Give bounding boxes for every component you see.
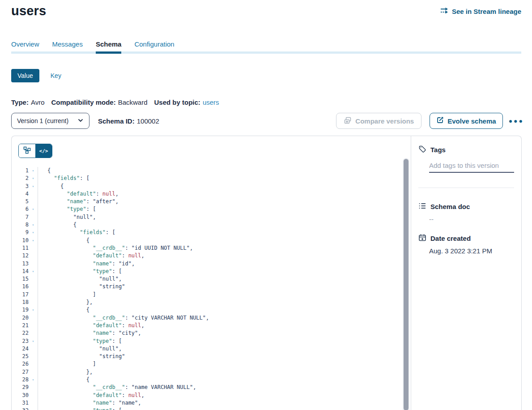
fold-toggle-icon[interactable]: ▾ — [29, 221, 38, 229]
code-line: 27 }, — [12, 368, 402, 376]
tab-overview[interactable]: Overview — [11, 40, 39, 48]
date-created-header: Date created — [418, 234, 514, 243]
line-number: 13 — [12, 260, 29, 268]
compare-versions-icon — [344, 116, 352, 126]
key-toggle-button[interactable]: Key — [51, 72, 61, 79]
scrollbar[interactable] — [403, 158, 409, 410]
fold-toggle-icon — [29, 198, 38, 205]
code-line: 29 "__crdb__": "name VARCHAR NULL", — [12, 384, 402, 391]
fold-toggle-icon[interactable]: ▾ — [29, 268, 38, 275]
code-line: 2▾ "fields": [ — [12, 175, 402, 182]
fold-toggle-icon[interactable]: ▾ — [29, 183, 38, 190]
tree-view-toggle[interactable] — [19, 144, 35, 158]
add-tags-input[interactable] — [429, 161, 514, 173]
code-text: "__crdb__": "city VARCHAR NOT NULL", — [38, 314, 402, 322]
code-line: 22 "name": "city", — [12, 329, 402, 337]
code-view-toggle[interactable]: </> — [35, 144, 52, 158]
view-mode-toggle: </> — [18, 144, 52, 158]
schema-doc-value: -- — [429, 215, 514, 223]
fold-toggle-icon — [29, 283, 38, 290]
code-line: 28▾ { — [12, 376, 402, 384]
fold-toggle-icon[interactable]: ▾ — [29, 175, 38, 182]
schema-sidebar: Tags Schema doc -- — [411, 136, 521, 410]
tab-configuration[interactable]: Configuration — [134, 40, 174, 48]
code-line: 14▾ "type": [ — [12, 268, 402, 275]
code-line: 12 "default": null, — [12, 252, 402, 260]
scrollbar-thumb[interactable] — [404, 159, 409, 410]
code-line: 3▾ { — [12, 183, 402, 190]
compare-versions-button[interactable]: Compare versions — [336, 113, 421, 129]
line-number: 30 — [12, 392, 29, 399]
code-line: 1▾{ — [12, 167, 402, 175]
edit-schema-icon — [436, 116, 444, 125]
stream-lineage-link[interactable]: See in Stream lineage — [440, 7, 521, 15]
fold-toggle-icon — [29, 244, 38, 252]
code-line: 6▾ "type": [ — [12, 205, 402, 213]
topic-link[interactable]: users — [203, 98, 219, 106]
code-line: 15 "null", — [12, 275, 402, 283]
fold-toggle-icon — [29, 314, 38, 322]
code-text: "string" — [38, 283, 402, 290]
fold-toggle-icon — [29, 345, 38, 353]
value-toggle-button[interactable]: Value — [11, 69, 39, 82]
fold-toggle-icon — [29, 291, 38, 299]
more-actions-button[interactable]: ●●● — [509, 117, 524, 124]
stream-lineage-label: See in Stream lineage — [452, 8, 521, 15]
code-line: 24 "null", — [12, 345, 402, 353]
line-number: 14 — [12, 268, 29, 275]
code-view-icon: </> — [39, 148, 48, 154]
line-number: 10 — [12, 237, 29, 244]
code-line: 10▾ { — [12, 237, 402, 244]
schema-type: Type:Avro — [11, 98, 44, 106]
line-number: 28 — [12, 376, 29, 384]
line-number: 9 — [12, 229, 29, 236]
code-text: "default": null, — [38, 392, 402, 399]
fold-toggle-icon[interactable]: ▾ — [29, 167, 38, 175]
line-number: 7 — [12, 214, 29, 221]
evolve-schema-label: Evolve schema — [447, 117, 496, 125]
schema-doc-section: Schema doc -- — [418, 202, 514, 223]
schema-page: users See in Stream lineage Overview Mes… — [0, 0, 532, 410]
tab-schema[interactable]: Schema — [96, 40, 122, 48]
code-lines: 1▾{2▾ "fields": [3▾ {4 "default": null,5… — [12, 167, 402, 410]
compat-label: Compatibility mode: — [51, 98, 115, 106]
code-line: 21 "default": null, — [12, 322, 402, 329]
line-number: 26 — [12, 360, 29, 368]
code-line: 32▾ "type": [ — [12, 407, 402, 410]
fold-toggle-icon — [29, 275, 38, 283]
code-line: 19▾ { — [12, 306, 402, 314]
tag-icon — [418, 145, 426, 154]
code-text: ] — [38, 291, 402, 299]
schema-code-area: </> 1▾{2▾ "fields": [3▾ {4 "default": nu… — [12, 136, 411, 410]
code-text: "default": null, — [38, 322, 402, 329]
code-line: 7 "null", — [12, 214, 402, 221]
fold-toggle-icon — [29, 368, 38, 376]
fold-toggle-icon — [29, 384, 38, 391]
line-number: 19 — [12, 306, 29, 314]
version-select-value: Version 1 (current) — [17, 117, 68, 124]
code-text: }, — [38, 368, 402, 376]
calendar-plus-icon — [418, 234, 426, 243]
line-number: 6 — [12, 205, 29, 213]
version-select[interactable]: Version 1 (current) — [11, 113, 89, 129]
stream-lineage-icon — [440, 7, 449, 15]
code-line: 31 "name": "name", — [12, 399, 402, 407]
evolve-schema-button[interactable]: Evolve schema — [430, 113, 502, 129]
line-number: 4 — [12, 190, 29, 198]
code-text: "string" — [38, 353, 402, 360]
fold-toggle-icon[interactable]: ▾ — [29, 407, 38, 410]
fold-toggle-icon[interactable]: ▾ — [29, 237, 38, 244]
fold-toggle-icon[interactable]: ▾ — [29, 306, 38, 314]
sidebar-divider — [418, 188, 514, 188]
fold-toggle-icon — [29, 252, 38, 260]
fold-toggle-icon[interactable]: ▾ — [29, 376, 38, 384]
tab-messages[interactable]: Messages — [52, 40, 83, 48]
list-icon — [418, 202, 426, 211]
code-line: 20 "__crdb__": "city VARCHAR NOT NULL", — [12, 314, 402, 322]
fold-toggle-icon[interactable]: ▾ — [29, 337, 38, 345]
fold-toggle-icon[interactable]: ▾ — [29, 205, 38, 213]
code-text: "__crdb__": "id UUID NOT NULL", — [38, 244, 402, 252]
fold-toggle-icon[interactable]: ▾ — [29, 229, 38, 236]
schema-doc-header: Schema doc — [418, 202, 514, 211]
page-header: users See in Stream lineage — [11, 4, 521, 18]
